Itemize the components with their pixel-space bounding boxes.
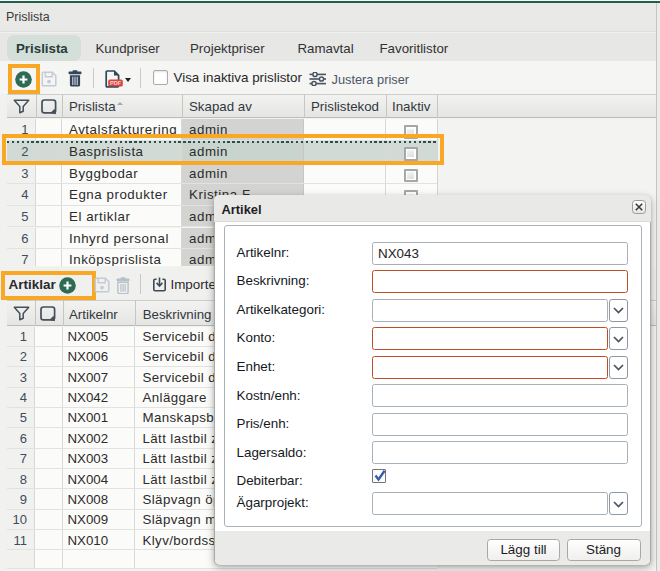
- svg-text:PDF: PDF: [109, 80, 121, 86]
